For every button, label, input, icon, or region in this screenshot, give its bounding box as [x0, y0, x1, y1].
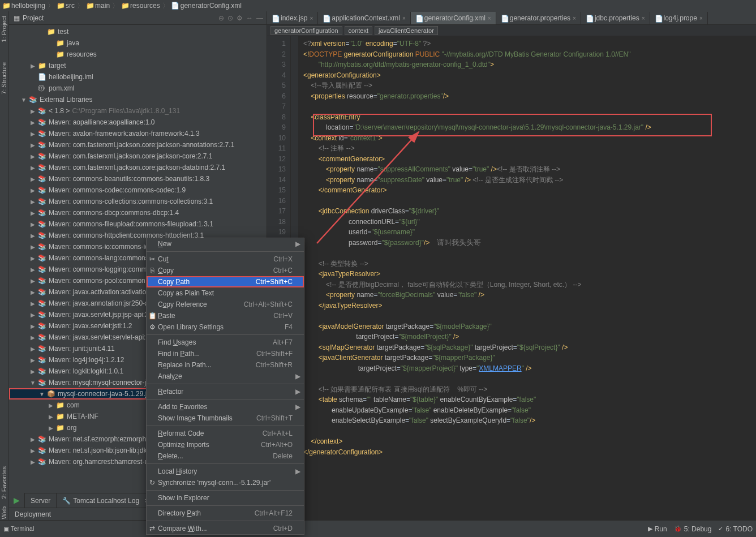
tree-arrow-icon[interactable]: ▶: [29, 300, 36, 307]
menu-item[interactable]: Find in Path...Ctrl+Shift+F: [147, 348, 304, 359]
run-tab[interactable]: ▶ Run: [648, 525, 667, 533]
menu-item[interactable]: Reformat CodeCtrl+Alt+L: [147, 428, 304, 439]
todo-tab[interactable]: ✓ 6: TODO: [718, 525, 753, 533]
tree-arrow-icon[interactable]: ▶: [29, 244, 36, 250]
breadcrumb-root[interactable]: 📁 hellobeijing: [2, 2, 45, 10]
tree-arrow-icon[interactable]: ▶: [29, 199, 36, 205]
tree-arrow-icon[interactable]: ▶: [29, 187, 36, 194]
bread-item[interactable]: context: [345, 26, 372, 35]
menu-item[interactable]: ⇄Compare With...Ctrl+D: [147, 523, 304, 534]
menu-item[interactable]: Show Image ThumbnailsCtrl+Shift+T: [147, 413, 304, 424]
close-icon[interactable]: ×: [642, 15, 645, 22]
tree-arrow-icon[interactable]: ▶: [29, 131, 36, 137]
tree-arrow-icon[interactable]: ▶: [29, 436, 36, 443]
favorites-tool-tab[interactable]: 2: Favorites: [0, 462, 8, 503]
tree-arrow-icon[interactable]: ▶: [29, 255, 36, 261]
tree-row[interactable]: ▶📚Maven: com.fasterxml.jackson.core:jack…: [9, 151, 267, 162]
tree-row[interactable]: ⓜpom.xml: [9, 83, 267, 94]
bread-item[interactable]: javaClientGenerator: [375, 26, 438, 35]
editor-tab[interactable]: 📄log4j.prope×: [650, 12, 708, 24]
menu-item[interactable]: Copy as Plain Text: [147, 287, 304, 299]
code-editor[interactable]: 12345678910111213141516171819 <?xml vers…: [267, 36, 756, 526]
breadcrumb-src[interactable]: 📁src: [57, 2, 75, 10]
menu-item[interactable]: Delete...Delete: [147, 450, 304, 462]
tree-arrow-icon[interactable]: ▼: [20, 97, 27, 103]
tree-row[interactable]: ▶📚Maven: commons-codec:commons-codec:1.9: [9, 184, 267, 196]
tree-arrow-icon[interactable]: ▶: [29, 176, 36, 182]
tree-row[interactable]: ▶📚Maven: commons-collections:commons-col…: [9, 196, 267, 207]
tree-arrow-icon[interactable]: ▶: [29, 63, 36, 69]
tree-row[interactable]: ▶📚Maven: com.fasterxml.jackson.core:jack…: [9, 162, 267, 173]
tree-arrow-icon[interactable]: ▶: [29, 165, 36, 171]
tree-row[interactable]: 📄hellobeijing.iml: [9, 71, 267, 83]
tree-arrow-icon[interactable]: ▶: [29, 334, 36, 341]
hide-icon[interactable]: —: [256, 14, 263, 22]
tree-arrow-icon[interactable]: ▶: [29, 142, 36, 148]
tree-row[interactable]: ▶📚Maven: commons-dbcp:commons-dbcp:1.4: [9, 207, 267, 218]
debug-tab[interactable]: 🐞 5: Debug: [674, 525, 712, 533]
server-tab[interactable]: Server: [25, 493, 57, 508]
menu-item[interactable]: Copy ReferenceCtrl+Alt+Shift+C: [147, 299, 304, 310]
tree-arrow-icon[interactable]: ▶: [48, 402, 54, 409]
close-icon[interactable]: ×: [488, 15, 491, 22]
bread-item[interactable]: generatorConfiguration: [270, 26, 342, 35]
tree-row[interactable]: 📁resources: [9, 49, 267, 60]
tree-row[interactable]: ▶📚Maven: com.fasterxml.jackson.core:jack…: [9, 139, 267, 151]
tree-arrow-icon[interactable]: ▶: [48, 425, 54, 431]
tree-row[interactable]: ▶📚Maven: commons-beanutils:commons-beanu…: [9, 173, 267, 184]
structure-tool-tab[interactable]: 7: Structure: [0, 58, 8, 99]
tree-row[interactable]: 📁test: [9, 26, 267, 37]
editor-tab[interactable]: 📄index.jsp×: [267, 12, 318, 24]
tree-row[interactable]: ▶📚< 1.8 >C:\Program Files\Java\jdk1.8.0_…: [9, 105, 267, 117]
tree-arrow-icon[interactable]: ▶: [29, 153, 36, 160]
menu-item[interactable]: Refactor▶: [147, 386, 304, 397]
tree-arrow-icon[interactable]: ▶: [29, 448, 36, 454]
project-tool-tab[interactable]: 1: Project: [0, 11, 8, 46]
breadcrumb-main[interactable]: 📁main: [86, 2, 110, 10]
tree-arrow-icon[interactable]: ▼: [29, 380, 36, 386]
tree-arrow-icon[interactable]: ▶: [29, 210, 36, 216]
code-content[interactable]: <?xml version="1.0" encoding="UTF-8" ?> …: [299, 36, 756, 526]
menu-item[interactable]: New▶: [147, 238, 304, 250]
run-button[interactable]: ▶: [9, 493, 25, 508]
tree-arrow-icon[interactable]: ▶: [29, 357, 36, 363]
editor-tab[interactable]: 📄generatorConfig.xml×: [411, 12, 496, 24]
close-icon[interactable]: ×: [310, 15, 313, 22]
locate-icon[interactable]: ⊙: [227, 14, 233, 22]
tree-arrow-icon[interactable]: ▶: [29, 221, 36, 227]
menu-item[interactable]: ✂CutCtrl+X: [147, 254, 304, 265]
menu-item[interactable]: Local History▶: [147, 466, 304, 477]
close-icon[interactable]: ×: [573, 15, 576, 22]
tree-arrow-icon[interactable]: ▶: [29, 368, 36, 375]
menu-item[interactable]: Directory PathCtrl+Alt+F12: [147, 508, 304, 519]
tree-arrow-icon[interactable]: ▶: [29, 267, 36, 273]
menu-item[interactable]: Add to Favorites▶: [147, 401, 304, 413]
tree-arrow-icon[interactable]: ▶: [29, 119, 36, 126]
menu-item[interactable]: ⎘CopyCtrl+C: [147, 265, 304, 276]
tree-arrow-icon[interactable]: ▶: [29, 289, 36, 295]
tree-row[interactable]: ▶📚Maven: commons-fileupload:commons-file…: [9, 218, 267, 230]
close-icon[interactable]: ×: [402, 15, 406, 22]
tree-arrow-icon[interactable]: ▶: [29, 233, 36, 239]
editor-tab[interactable]: 📄generator.properties×: [496, 12, 581, 24]
tree-row[interactable]: ▶📚Maven: avalon-framework:avalon-framewo…: [9, 128, 267, 139]
breadcrumb-file[interactable]: 📄generatorConfig.xml: [171, 2, 242, 10]
terminal-tab[interactable]: ▣ Terminal: [3, 525, 34, 532]
tree-arrow-icon[interactable]: ▶: [29, 346, 36, 352]
tree-arrow-icon[interactable]: ▶: [29, 108, 36, 114]
close-icon[interactable]: ×: [699, 15, 703, 22]
tree-row[interactable]: ▶📁target: [9, 60, 267, 71]
settings-icon[interactable]: ⚙: [237, 14, 243, 22]
menu-item[interactable]: 📋PasteCtrl+V: [147, 310, 304, 321]
tree-arrow-icon[interactable]: ▶: [29, 278, 36, 284]
tree-arrow-icon[interactable]: ▶: [48, 414, 54, 420]
menu-item[interactable]: ⚙Open Library SettingsF4: [147, 321, 304, 333]
editor-tab[interactable]: 📄applicationContext.xml×: [318, 12, 411, 24]
menu-item[interactable]: Analyze▶: [147, 371, 304, 382]
tree-row[interactable]: 📁java: [9, 37, 267, 49]
menu-item[interactable]: Find UsagesAlt+F7: [147, 337, 304, 348]
menu-item[interactable]: Optimize ImportsCtrl+Alt+O: [147, 439, 304, 450]
tree-arrow-icon[interactable]: ▶: [29, 459, 36, 465]
editor-tab[interactable]: 📄jdbc.properties×: [581, 12, 650, 24]
menu-item[interactable]: Show in Explorer: [147, 492, 304, 504]
